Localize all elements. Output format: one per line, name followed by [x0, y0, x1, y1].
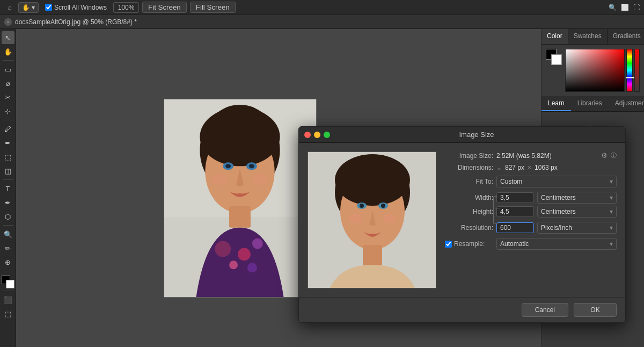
resample-arrow: ▾ [610, 240, 613, 248]
svg-point-27 [383, 214, 397, 223]
image-size-gear-icon[interactable]: ⚙ [601, 151, 608, 160]
resample-checkbox-label[interactable]: Resample: [445, 240, 493, 248]
fit-to-value: Custom [500, 178, 522, 185]
dialog-preview-image [308, 151, 436, 288]
image-size-row: Image Size: 2,52M (was 5,82M) ⚙ ⓘ [445, 151, 617, 160]
dimensions-label: Dimensions: [445, 164, 493, 171]
image-size-label: Image Size: [445, 152, 493, 160]
width-unit-arrow: ▾ [610, 194, 613, 201]
resolution-label: Resolution: [445, 224, 493, 232]
width-unit-dropdown[interactable]: Centimeters ▾ [537, 192, 617, 204]
dialog-title: Image Size [333, 131, 620, 139]
ok-button[interactable]: OK [574, 303, 617, 317]
height-label: Height: [445, 208, 493, 215]
dialog-fields: Image Size: 2,52M (was 5,82M) ⚙ ⓘ Dimens… [445, 151, 617, 288]
dialog-close-button[interactable] [304, 132, 311, 138]
dimensions-width-value: 827 px [505, 164, 524, 171]
resolution-input[interactable] [496, 222, 534, 233]
resolution-row: Resolution: Pixels/Inch ▾ [445, 222, 617, 234]
dimensions-x: × [528, 164, 531, 171]
svg-rect-21 [363, 245, 382, 265]
image-size-info-icon[interactable]: ⓘ [611, 151, 617, 160]
resolution-unit-dropdown[interactable]: Pixels/Inch ▾ [537, 222, 617, 234]
fit-to-arrow: ▾ [610, 178, 613, 185]
main-layout: ↖ ✋ ▭ ⌀ ✂ ⊹ 🖊 ✒ ⬚ ◫ T ✒ ⬡ 🔍 ✏ ⊕ ⬛ ⬚ [0, 29, 644, 347]
dimensions-height-value: 1063 px [535, 164, 558, 171]
image-size-value: 2,52M (was 5,82M) [496, 152, 552, 160]
resample-label: Resample: [445, 240, 493, 248]
resample-dropdown[interactable]: Automatic ▾ [496, 238, 617, 250]
resolution-unit-arrow: ▾ [610, 224, 613, 232]
dimensions-expand-icon[interactable]: ⌄ [496, 164, 502, 171]
svg-point-25 [381, 204, 385, 208]
svg-point-24 [360, 204, 364, 208]
image-size-dialog: Image Size [298, 126, 626, 323]
width-label: Width: [445, 194, 493, 201]
width-row: Width: Centimeters ▾ [445, 192, 617, 204]
cancel-button[interactable]: Cancel [522, 303, 568, 317]
svg-point-26 [348, 214, 362, 223]
fit-to-dropdown[interactable]: Custom ▾ [496, 176, 617, 187]
dialog-buttons: Cancel OK [299, 297, 625, 322]
fit-to-row: Fit To: Custom ▾ [445, 176, 617, 187]
height-unit-value: Centimeters [541, 208, 576, 215]
dimensions-row: Dimensions: ⌄ 827 px × 1063 px [445, 164, 617, 171]
resample-row: Resample: Automatic ▾ [445, 238, 617, 250]
dialog-maximize-button[interactable] [324, 132, 330, 138]
fit-to-label: Fit To: [445, 178, 493, 185]
preview-svg [308, 152, 436, 288]
width-input[interactable] [496, 192, 534, 203]
svg-point-20 [335, 154, 410, 206]
dialog-minimize-button[interactable] [314, 132, 320, 138]
dialog-titlebar: Image Size [299, 127, 625, 143]
height-unit-arrow: ▾ [610, 208, 613, 215]
height-unit-dropdown[interactable]: Centimeters ▾ [537, 206, 617, 218]
resolution-unit-value: Pixels/Inch [541, 224, 572, 232]
constraint-link-bracket [493, 196, 497, 224]
width-unit-value: Centimeters [541, 194, 576, 201]
dialog-overlay: Image Size [0, 0, 644, 347]
resample-value: Automatic [500, 240, 529, 248]
width-height-group: Width: Centimeters ▾ Height: [445, 192, 617, 218]
height-input[interactable] [496, 206, 534, 217]
resample-checkbox[interactable] [445, 241, 452, 248]
dialog-body: Image Size: 2,52M (was 5,82M) ⚙ ⓘ Dimens… [299, 143, 625, 297]
height-row: Height: Centimeters ▾ [445, 206, 617, 218]
constraint-link-mid [495, 208, 500, 208]
